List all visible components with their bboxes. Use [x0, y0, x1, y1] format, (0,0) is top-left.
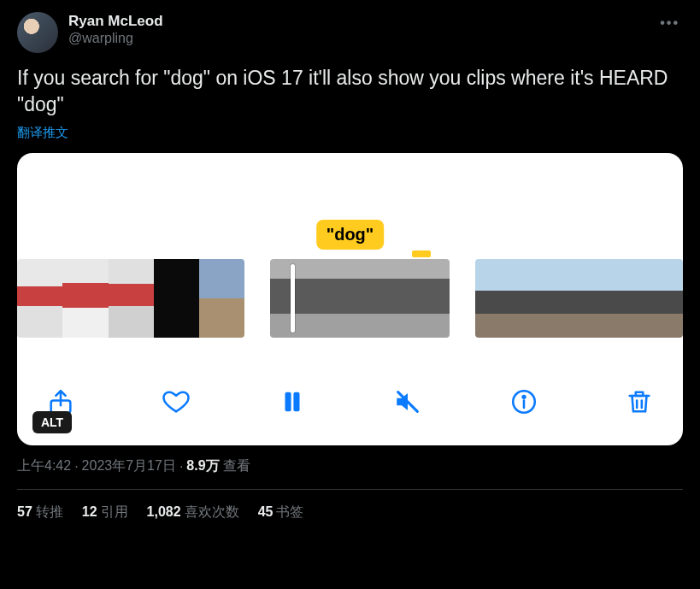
stat-quotes[interactable]: 12引用: [82, 504, 128, 521]
avatar[interactable]: [17, 12, 58, 53]
meta-sep: ·: [74, 459, 78, 474]
svg-rect-1: [285, 392, 291, 412]
divider: [17, 489, 683, 490]
more-icon[interactable]: •••: [656, 12, 683, 34]
clip-frame: [558, 259, 600, 338]
translate-link[interactable]: 翻译推文: [17, 125, 68, 141]
video-filmstrip[interactable]: [17, 259, 683, 338]
svg-rect-2: [293, 392, 299, 412]
media-toolbar: [17, 377, 683, 427]
alt-badge[interactable]: ALT: [32, 411, 72, 433]
retweets-count: 57: [17, 504, 32, 519]
clip-frame: [154, 259, 199, 338]
clip-frame: [109, 259, 154, 338]
likes-label: 喜欢次数: [185, 504, 239, 519]
media-card[interactable]: "dog": [17, 153, 683, 445]
quotes-label: 引用: [101, 504, 128, 519]
scrubber-handle[interactable]: [291, 264, 295, 333]
clip-frame: [600, 259, 642, 338]
trash-icon[interactable]: [625, 387, 654, 416]
clip-group[interactable]: [475, 259, 683, 338]
heart-icon[interactable]: [162, 387, 191, 416]
clip-frame: [517, 259, 559, 338]
clip-frame: [17, 259, 62, 338]
clip-group[interactable]: [270, 259, 450, 338]
mute-icon[interactable]: [393, 387, 422, 416]
clip-frame: [199, 259, 244, 338]
svg-point-5: [522, 396, 525, 398]
clip-frame: [641, 259, 683, 338]
retweets-label: 转推: [36, 504, 63, 519]
likes-count: 1,082: [147, 504, 181, 519]
meta-sep: ·: [179, 459, 183, 474]
tweet-text: If you search for "dog" on iOS 17 it'll …: [17, 65, 683, 118]
tweet-stats: 57转推 12引用 1,082喜欢次数 45书签: [17, 504, 683, 521]
bookmarks-label: 书签: [276, 504, 303, 519]
pause-icon[interactable]: [278, 387, 307, 416]
clip-frame: [475, 259, 517, 338]
clip-frame: [390, 259, 450, 338]
views-label: 查看: [223, 457, 250, 475]
handle: @warpling: [68, 30, 163, 47]
tweet-time: 上午4:42: [17, 457, 71, 475]
views-count: 8.9万: [186, 457, 219, 475]
quotes-count: 12: [82, 504, 97, 519]
info-icon[interactable]: [509, 387, 538, 416]
author-block[interactable]: Ryan McLeod @warpling: [68, 12, 163, 47]
clip-frame: [270, 259, 330, 338]
display-name: Ryan McLeod: [68, 12, 163, 30]
clip-group[interactable]: [17, 259, 244, 338]
tweet-date: 2023年7月17日: [82, 457, 176, 475]
tweet-header: Ryan McLeod @warpling •••: [17, 12, 683, 53]
playhead-marker: [412, 250, 431, 257]
bookmarks-count: 45: [258, 504, 274, 519]
caption-chip: "dog": [316, 220, 385, 250]
stat-likes[interactable]: 1,082喜欢次数: [147, 504, 239, 521]
clip-frame: [62, 259, 108, 338]
stat-retweets[interactable]: 57转推: [17, 504, 63, 521]
clip-frame: [330, 259, 390, 338]
stat-bookmarks[interactable]: 45书签: [258, 504, 304, 521]
tweet-meta[interactable]: 上午4:42 · 2023年7月17日 · 8.9万 查看: [17, 457, 683, 475]
